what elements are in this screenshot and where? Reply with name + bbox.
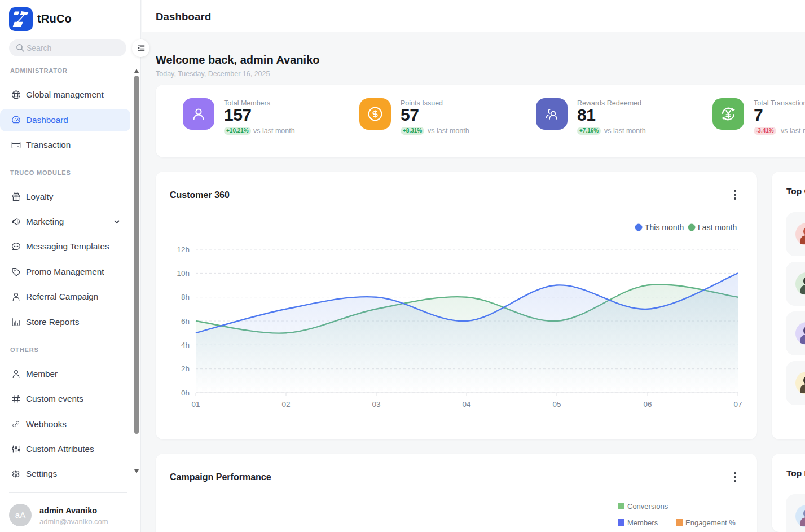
svg-text:06: 06 (643, 400, 652, 408)
svg-text:2h: 2h (181, 364, 190, 373)
svg-text:8h: 8h (181, 293, 190, 301)
svg-text:Last month: Last month (698, 223, 737, 232)
svg-text:01: 01 (191, 400, 200, 408)
svg-text:10h: 10h (177, 269, 190, 278)
svg-text:4h: 4h (181, 341, 190, 349)
svg-text:03: 03 (372, 400, 380, 408)
svg-text:07: 07 (733, 400, 742, 408)
svg-text:0h: 0h (181, 389, 190, 397)
svg-text:02: 02 (281, 400, 290, 408)
svg-text:05: 05 (552, 400, 561, 408)
svg-text:6h: 6h (181, 317, 190, 326)
svg-text:12h: 12h (177, 245, 190, 254)
svg-text:04: 04 (462, 400, 471, 408)
svg-text:This month: This month (645, 223, 684, 232)
